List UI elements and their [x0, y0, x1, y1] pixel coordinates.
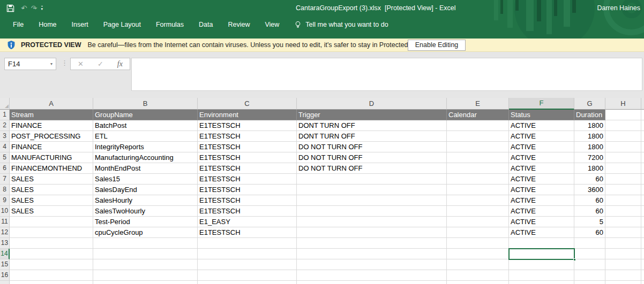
cell-D9[interactable]	[297, 195, 447, 206]
tab-review[interactable]: Review	[220, 18, 257, 31]
cell-F2[interactable]: ACTIVE	[509, 120, 574, 131]
cell-F12[interactable]: ACTIVE	[509, 227, 574, 238]
cell-D5[interactable]: DO NOT TURN OFF	[297, 152, 447, 163]
cell-E3[interactable]	[447, 131, 509, 142]
tab-data[interactable]: Data	[191, 18, 220, 31]
column-header-A[interactable]: A	[10, 98, 93, 110]
column-header-F[interactable]: F	[509, 98, 574, 110]
cell-C13[interactable]	[198, 238, 297, 249]
cell-F16[interactable]	[509, 270, 574, 281]
cell-A3[interactable]: POST_PROCESSING	[10, 131, 93, 142]
cell-A11[interactable]	[10, 217, 93, 227]
cell-H13[interactable]	[605, 238, 641, 249]
cell-E6[interactable]	[447, 163, 509, 174]
cell-G7[interactable]: 60	[574, 174, 605, 185]
name-box-dropdown-icon[interactable]: ▾	[50, 62, 56, 66]
cell-E1[interactable]: Calendar	[447, 110, 509, 120]
cell-C12[interactable]: E1TESTSCH	[198, 227, 297, 238]
cell-A1[interactable]: Stream	[10, 110, 93, 120]
tab-home[interactable]: Home	[31, 18, 64, 31]
insert-function-icon[interactable]: fx	[117, 60, 123, 68]
cell-C16[interactable]	[198, 270, 297, 281]
tell-me-box[interactable]: Tell me what you want to do	[294, 21, 388, 29]
cell-G10[interactable]: 60	[574, 206, 605, 217]
cell-H10[interactable]	[605, 206, 641, 217]
column-header-C[interactable]: C	[198, 98, 297, 110]
row-header-12[interactable]: 12	[0, 227, 10, 238]
row-header-2[interactable]: 2	[0, 120, 10, 131]
cell-H16[interactable]	[605, 270, 641, 281]
tab-view[interactable]: View	[257, 18, 287, 31]
row-header-11[interactable]: 11	[0, 217, 10, 227]
cell-A7[interactable]: SALES	[10, 174, 93, 185]
cell-H9[interactable]	[605, 195, 641, 206]
cell-D11[interactable]	[297, 217, 447, 227]
cell-G5[interactable]: 7200	[574, 152, 605, 163]
cell-D12[interactable]	[297, 227, 447, 238]
cell-E4[interactable]	[447, 142, 509, 152]
cell-Bx[interactable]	[93, 281, 198, 284]
cell-C5[interactable]: E1TESTSCH	[198, 152, 297, 163]
cell-F9[interactable]: ACTIVE	[509, 195, 574, 206]
cell-E9[interactable]	[447, 195, 509, 206]
cell-B3[interactable]: ETL	[93, 131, 198, 142]
cell-H15[interactable]	[605, 259, 641, 270]
cell-C8[interactable]: E1TESTSCH	[198, 185, 297, 195]
row-header-partial[interactable]	[0, 281, 10, 284]
cell-H14[interactable]	[605, 249, 641, 259]
cell-Cx[interactable]	[198, 281, 297, 284]
cell-G1[interactable]: Duration	[574, 110, 605, 120]
cell-B8[interactable]: SalesDayEnd	[93, 185, 198, 195]
column-header-G[interactable]: G	[574, 98, 605, 110]
cell-D14[interactable]	[297, 249, 447, 259]
cell-D4[interactable]: DO NOT TURN OFF	[297, 142, 447, 152]
cell-H4[interactable]	[605, 142, 641, 152]
cell-D13[interactable]	[297, 238, 447, 249]
cell-B11[interactable]: Test-Period	[93, 217, 198, 227]
cell-F3[interactable]: ACTIVE	[509, 131, 574, 142]
cell-G13[interactable]	[574, 238, 605, 249]
cell-F1[interactable]: Status	[509, 110, 574, 120]
customize-quick-access-toolbar-icon[interactable]: ▾	[41, 6, 43, 11]
cell-A9[interactable]: SALES	[10, 195, 93, 206]
tab-insert[interactable]: Insert	[64, 18, 96, 31]
cell-A6[interactable]: FINANCEMONTHEND	[10, 163, 93, 174]
cell-B10[interactable]: SalesTwoHourly	[93, 206, 198, 217]
cell-C14[interactable]	[198, 249, 297, 259]
row-header-4[interactable]: 4	[0, 142, 10, 152]
cell-H12[interactable]	[605, 227, 641, 238]
column-header-H[interactable]: H	[605, 98, 641, 110]
row-header-13[interactable]: 13	[0, 238, 10, 249]
cell-A10[interactable]: SALES	[10, 206, 93, 217]
cell-G16[interactable]	[574, 270, 605, 281]
cell-A16[interactable]	[10, 270, 93, 281]
cell-H2[interactable]	[605, 120, 641, 131]
cell-H1[interactable]	[605, 110, 641, 120]
cell-H6[interactable]	[605, 163, 641, 174]
cell-B12[interactable]: cpuCycleGroup	[93, 227, 198, 238]
cell-G15[interactable]	[574, 259, 605, 270]
cell-B6[interactable]: MonthEndPost	[93, 163, 198, 174]
tab-page-layout[interactable]: Page Layout	[96, 18, 148, 31]
cell-B14[interactable]	[93, 249, 198, 259]
select-all-button[interactable]: ◢	[0, 98, 10, 110]
row-header-3[interactable]: 3	[0, 131, 10, 142]
cell-D15[interactable]	[297, 259, 447, 270]
cell-A13[interactable]	[10, 238, 93, 249]
cell-B1[interactable]: GroupName	[93, 110, 198, 120]
cell-E16[interactable]	[447, 270, 509, 281]
cell-E8[interactable]	[447, 185, 509, 195]
row-header-1[interactable]: 1	[0, 110, 10, 120]
cell-F13[interactable]	[509, 238, 574, 249]
selected-cell-F14[interactable]	[508, 248, 575, 260]
cell-B7[interactable]: Sales15	[93, 174, 198, 185]
cell-A5[interactable]: MANUFACTURING	[10, 152, 93, 163]
cell-C7[interactable]: E1TESTSCH	[198, 174, 297, 185]
cell-G12[interactable]: 60	[574, 227, 605, 238]
cell-G2[interactable]: 1800	[574, 120, 605, 131]
cell-H3[interactable]	[605, 131, 641, 142]
cell-C9[interactable]: E1TESTSCH	[198, 195, 297, 206]
cell-Ex[interactable]	[447, 281, 509, 284]
enter-icon[interactable]: ✓	[98, 60, 103, 68]
cell-E7[interactable]	[447, 174, 509, 185]
